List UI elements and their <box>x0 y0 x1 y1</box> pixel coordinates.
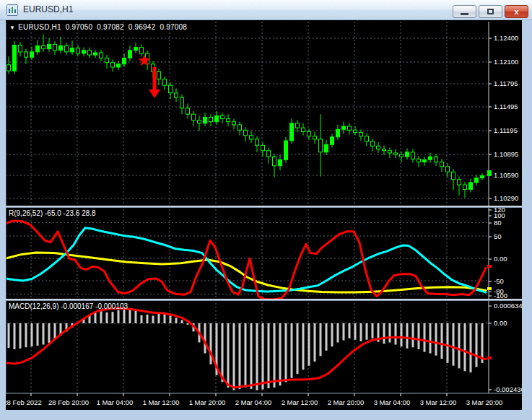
svg-text:1.11495: 1.11495 <box>494 102 518 110</box>
chart-icon[interactable] <box>6 4 18 16</box>
price-axis[interactable]: 1.124001.121001.117951.114951.111951.108… <box>487 34 522 393</box>
svg-text:1.10895: 1.10895 <box>494 150 518 158</box>
svg-text:2 Mar 12:00: 2 Mar 12:00 <box>282 398 318 406</box>
svg-text:0.00: 0.00 <box>494 319 507 327</box>
chart-area[interactable]: 1.124001.121001.117951.114951.111951.108… <box>6 20 522 410</box>
candles <box>7 35 484 198</box>
panel-separator-wpr[interactable] <box>6 206 522 208</box>
panel-separator-macd[interactable] <box>6 299 522 301</box>
wpr-indicator-label: R(9,26,52) -65.0 -23.6 28.8 <box>9 209 96 217</box>
svg-text:1 Mar 12:00: 1 Mar 12:00 <box>143 398 180 406</box>
svg-text:1.11195: 1.11195 <box>494 126 518 134</box>
header-symbol: EURUSD,H1 <box>18 23 61 31</box>
header-close: 0.97008 <box>160 23 187 31</box>
header-high: 0.97082 <box>97 23 124 31</box>
time-axis[interactable]: 28 Feb 202228 Feb 20:001 Mar 04:001 Mar … <box>6 393 502 406</box>
close-icon: x <box>514 7 518 16</box>
svg-text:0.00: 0.00 <box>494 255 507 263</box>
svg-text:2 Mar 04:00: 2 Mar 04:00 <box>235 398 272 406</box>
sell-arrow-head <box>149 89 160 98</box>
wpr-lines <box>6 221 486 299</box>
window-title: EURUSD,H1 <box>23 4 73 14</box>
restore-icon <box>487 9 494 14</box>
minimize-icon <box>461 13 468 15</box>
terminal-window: EURUSD,H1 x 1.124001.121001.117951.11495… <box>0 0 532 420</box>
header-low: 0.96942 <box>128 23 156 31</box>
collapse-triangle-icon[interactable]: ▼ <box>9 25 15 31</box>
svg-text:1.12400: 1.12400 <box>494 34 518 42</box>
macd-indicator-label: MACD(12,26,9) -0.000167 -0.000103 <box>9 302 128 310</box>
svg-text:-0.002436: -0.002436 <box>494 385 522 393</box>
svg-text:0.000634: 0.000634 <box>494 302 522 310</box>
header-open: 0.97050 <box>66 23 93 31</box>
svg-text:1.12100: 1.12100 <box>494 58 518 66</box>
svg-text:1 Mar 04:00: 1 Mar 04:00 <box>97 398 134 406</box>
svg-text:28 Feb 2022: 28 Feb 2022 <box>6 398 42 406</box>
minimize-button[interactable] <box>453 5 476 18</box>
ohlc-header: ▼EURUSD,H10.970500.970820.969420.97008 <box>9 23 191 31</box>
svg-text:3 Mar 12:00: 3 Mar 12:00 <box>420 398 457 406</box>
svg-text:-50: -50 <box>494 277 504 285</box>
svg-text:1 Mar 20:00: 1 Mar 20:00 <box>189 398 226 406</box>
svg-text:1.11795: 1.11795 <box>494 79 518 87</box>
svg-text:50: 50 <box>494 232 502 240</box>
restore-button[interactable] <box>479 5 502 18</box>
svg-text:28 Feb 20:00: 28 Feb 20:00 <box>48 398 89 406</box>
svg-text:3 Mar 20:00: 3 Mar 20:00 <box>466 398 503 406</box>
svg-text:1.10590: 1.10590 <box>494 171 518 179</box>
titlebar[interactable]: EURUSD,H1 x <box>0 0 532 20</box>
svg-text:2 Mar 20:00: 2 Mar 20:00 <box>328 398 365 406</box>
close-button[interactable]: x <box>505 5 528 18</box>
svg-text:3 Mar 04:00: 3 Mar 04:00 <box>374 398 411 406</box>
window-controls: x <box>453 5 528 18</box>
svg-text:1.10290: 1.10290 <box>494 194 518 202</box>
svg-text:80: 80 <box>494 219 502 227</box>
